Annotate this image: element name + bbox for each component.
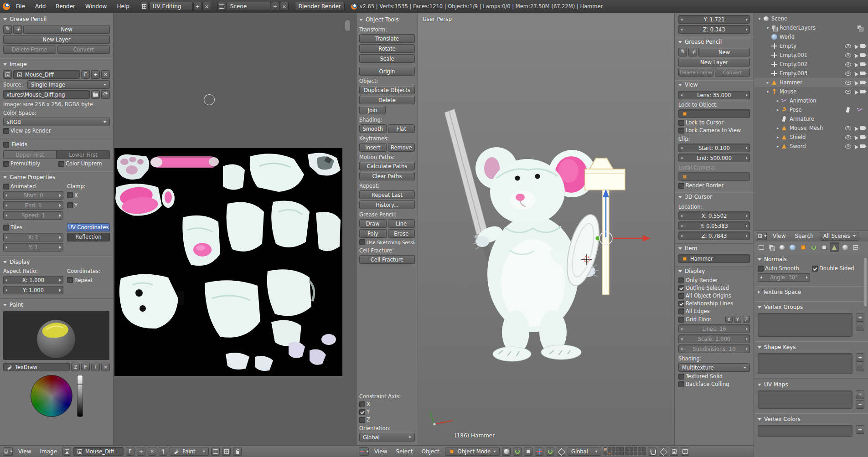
brush-fake-user-button[interactable]: F [81, 363, 90, 371]
renderability-icon[interactable] [860, 81, 865, 84]
outliner-row-mouse[interactable]: ▾Mouse [754, 87, 868, 96]
layer-cell[interactable] [616, 452, 620, 455]
game-properties-header[interactable]: Game Properties [3, 173, 110, 182]
gp-new-layer-button[interactable]: New Layer [3, 35, 110, 44]
v3d-select-menu[interactable]: Select [393, 447, 416, 456]
brush-name-field[interactable]: TexDraw [3, 363, 70, 371]
clamp-y-checkbox[interactable] [67, 202, 73, 208]
menu-window[interactable]: Window [81, 2, 111, 11]
layer-cell[interactable] [642, 447, 646, 451]
translate-button[interactable]: Translate [359, 34, 415, 43]
layer-cell[interactable] [608, 452, 611, 455]
uv-stencil-button[interactable] [222, 447, 231, 456]
expander-icon[interactable]: ▸ [765, 80, 770, 85]
reflection-option[interactable]: Reflection [67, 233, 110, 241]
paint-header[interactable]: Paint [3, 300, 110, 309]
tab-texture[interactable] [851, 242, 860, 252]
grid-scale-slider[interactable]: Scale: 1.000 [678, 334, 750, 343]
anim-start-slider[interactable]: Start: 0 [3, 191, 63, 200]
location-y-slider[interactable]: Y: 1.721 [678, 15, 750, 24]
image-header[interactable]: Image [3, 60, 110, 69]
pose-anim-icon[interactable] [857, 107, 863, 113]
only-render-checkbox[interactable] [678, 277, 684, 283]
color-space-select[interactable]: sRGB [3, 118, 110, 126]
tab-object[interactable] [798, 242, 808, 252]
np-3d-cursor-header[interactable]: 3D Cursor [678, 192, 750, 201]
textured-solid-checkbox[interactable] [678, 374, 684, 380]
item-name-field[interactable]: Hammer [678, 254, 750, 263]
gp-convert-button[interactable]: Convert [57, 45, 110, 54]
flat-button[interactable]: Flat [388, 124, 415, 133]
all-edges-checkbox[interactable] [678, 308, 684, 314]
renderability-icon[interactable] [860, 44, 865, 48]
renderability-icon[interactable] [860, 90, 865, 93]
selectability-icon[interactable] [853, 144, 858, 149]
scene-field[interactable]: Scene [227, 2, 270, 11]
visibility-icon[interactable] [845, 90, 851, 94]
screen-layout-browse-icon[interactable] [140, 2, 149, 11]
np-gp-add-icon-button[interactable] [688, 48, 697, 56]
visibility-icon[interactable] [845, 72, 851, 76]
outliner-row-mouse-mesh[interactable]: ▸Mouse_Mesh [754, 123, 868, 133]
uv-image-editor-canvas[interactable] [114, 13, 356, 445]
rotate-button[interactable]: Rotate [359, 44, 415, 53]
expander-icon[interactable]: ▸ [775, 126, 780, 130]
selectability-icon[interactable] [853, 52, 858, 58]
outliner-editor-type-button[interactable] [757, 232, 767, 240]
uv-editor-type-button[interactable] [3, 447, 13, 456]
outliner-row-armature[interactable]: Armature [754, 114, 868, 123]
gp-new-button[interactable]: New [23, 25, 110, 34]
np-gp-delete-frame-button[interactable]: Delete Frame [678, 68, 713, 77]
image-name-field[interactable]: Mouse_Diff [13, 70, 80, 79]
np-grease-pencil-header[interactable]: Grease Pencil [678, 37, 750, 46]
vertex-group-add-button[interactable]: + [856, 313, 864, 322]
np-gp-new-button[interactable]: New [698, 48, 750, 56]
scene-add-button[interactable]: + [271, 2, 279, 11]
smooth-button[interactable]: Smooth [359, 124, 387, 133]
v3d-view-menu[interactable]: View [371, 447, 390, 456]
tiles-checkbox[interactable] [3, 225, 9, 231]
grid-y-toggle[interactable]: Y [734, 316, 741, 323]
tab-constraints[interactable] [809, 242, 818, 252]
uv-maps-header[interactable]: UV Maps [758, 380, 864, 389]
shape-keys-header[interactable]: Shape Keys [758, 343, 864, 352]
image-browse-button[interactable] [3, 70, 12, 79]
outliner-row-world[interactable]: World [754, 32, 868, 41]
constraint-z-checkbox[interactable] [359, 417, 365, 423]
outliner-row-empty-003[interactable]: Empty.003 [754, 69, 868, 78]
outliner-row-hammer[interactable]: ▸Hammer [754, 78, 868, 87]
np-view-header[interactable]: View [678, 80, 750, 89]
outliner-row-pose[interactable]: ▸Pose [754, 105, 868, 114]
render-border-checkbox[interactable] [678, 183, 684, 189]
cursor-x-slider[interactable]: X: 0.5502 [678, 211, 750, 220]
lens-slider[interactable]: Lens: 35.000 [678, 91, 750, 99]
layer-cell[interactable] [630, 452, 633, 455]
gp-delete-frame-button[interactable]: Delete Frame [3, 45, 56, 54]
region-scroll-widget[interactable] [345, 20, 351, 31]
transform-orientation-select[interactable]: Global [568, 447, 601, 456]
clamp-x-checkbox[interactable] [67, 192, 73, 198]
visibility-icon[interactable] [845, 135, 851, 139]
selectability-icon[interactable] [853, 134, 858, 140]
cursor-z-slider[interactable]: Z: 0.7843 [678, 231, 750, 240]
view-as-render-checkbox[interactable] [3, 128, 9, 134]
sketching-session-checkbox[interactable] [359, 239, 365, 245]
layer-cell[interactable] [612, 452, 615, 455]
render-opengl-button[interactable] [670, 447, 678, 456]
location-z-slider[interactable]: Z: 0.343 [678, 25, 750, 34]
outline-selected-checkbox[interactable] [678, 285, 684, 291]
constraint-y-checkbox[interactable] [359, 409, 365, 415]
menu-render[interactable]: Render [52, 2, 79, 11]
expander-icon[interactable]: ▾ [765, 26, 770, 30]
vertex-color-add-button[interactable]: + [856, 425, 864, 434]
grid-floor-checkbox[interactable] [678, 317, 684, 323]
grease-pencil-header[interactable]: Grease Pencil [3, 15, 110, 24]
backface-culling-checkbox[interactable] [678, 381, 684, 387]
grid-subdivisions-slider[interactable]: Subdivisions: 10 [678, 344, 750, 353]
reload-image-button[interactable] [101, 90, 110, 99]
outliner-view-menu[interactable]: View [770, 232, 789, 240]
outliner-row-sword[interactable]: ▸Sword [754, 142, 868, 151]
np-gp-new-layer-button[interactable]: New Layer [678, 58, 750, 67]
all-object-origins-checkbox[interactable] [678, 293, 684, 299]
view3d-editor-type-button[interactable] [359, 447, 369, 456]
